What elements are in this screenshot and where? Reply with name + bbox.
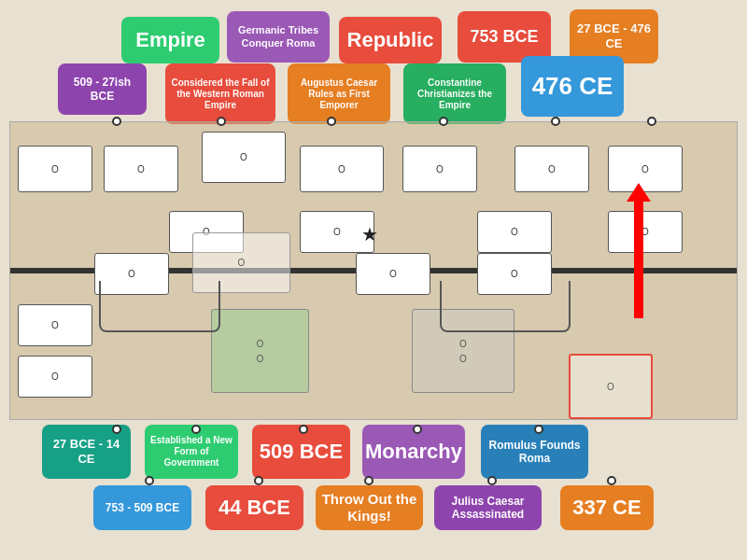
label-fall-western: Considered the Fall of the Western Roman… [165, 63, 275, 124]
tl-card [477, 211, 552, 253]
label-throw-out: Throw Out the Kings! [316, 485, 423, 530]
tl-card [104, 146, 178, 192]
label-julius: Julius Caesar Assassinated [434, 485, 542, 530]
connector-dot-14 [487, 476, 497, 485]
star-marker: ★ [361, 223, 378, 245]
label-augustus: Augustus Caesar Rules as First Emporer [288, 63, 390, 124]
top-labels-area: EmpireGermanic Tribes Conquer RomaRepubl… [0, 0, 747, 126]
label-estab-new-form: Established a New Form of Government [145, 425, 238, 479]
connector-dot-12 [254, 476, 263, 485]
timeline-area: O O O O O O ★ [9, 121, 738, 420]
tl-card-green: O O [211, 309, 309, 393]
connector-dot-10 [534, 425, 543, 434]
label-44bce: 44 BCE [205, 485, 303, 530]
connector-dot-4 [551, 117, 560, 126]
label-753-509bce: 753 - 509 BCE [93, 485, 191, 530]
label-509-27bce: 509 - 27ish BCE [58, 63, 147, 115]
tl-card [18, 146, 92, 192]
red-arrow [634, 197, 643, 318]
label-337ce: 337 CE [560, 485, 654, 530]
label-476ce: 476 CE [521, 56, 624, 117]
tl-card [300, 146, 384, 192]
brace-bottom-right [440, 281, 571, 332]
tl-card [356, 253, 430, 295]
label-753bce: 753 BCE [458, 11, 551, 63]
tl-card [18, 304, 92, 346]
tl-card-red-border: O [569, 354, 653, 419]
brace-bottom-left [99, 281, 220, 332]
connector-dot-5 [647, 117, 656, 126]
connector-dot-2 [327, 117, 336, 126]
connector-dot-0 [112, 117, 121, 126]
label-germanic: Germanic Tribes Conquer Roma [227, 11, 330, 63]
label-republic: Republic [339, 17, 442, 63]
connector-dot-15 [607, 476, 616, 485]
label-empire: Empire [121, 17, 219, 63]
connector-dot-6 [112, 425, 121, 434]
connector-dot-8 [299, 425, 308, 434]
tl-card [402, 146, 477, 192]
connector-dot-11 [145, 476, 154, 485]
tl-card [608, 211, 683, 253]
label-constantine: Constantine Christianizes the Empire [403, 63, 506, 124]
connector-dot-7 [191, 425, 201, 434]
tl-card [514, 146, 589, 192]
connector-dot-3 [439, 117, 448, 126]
connector-dot-13 [364, 476, 374, 485]
connector-dot-1 [217, 117, 226, 126]
connector-dot-9 [413, 425, 422, 434]
label-romulus: Romulus Founds Roma [481, 425, 588, 479]
bottom-labels-area: 27 BCE - 14 CEEstablished a New Form of … [0, 425, 747, 555]
tl-card [202, 132, 286, 183]
tl-card [18, 356, 92, 398]
